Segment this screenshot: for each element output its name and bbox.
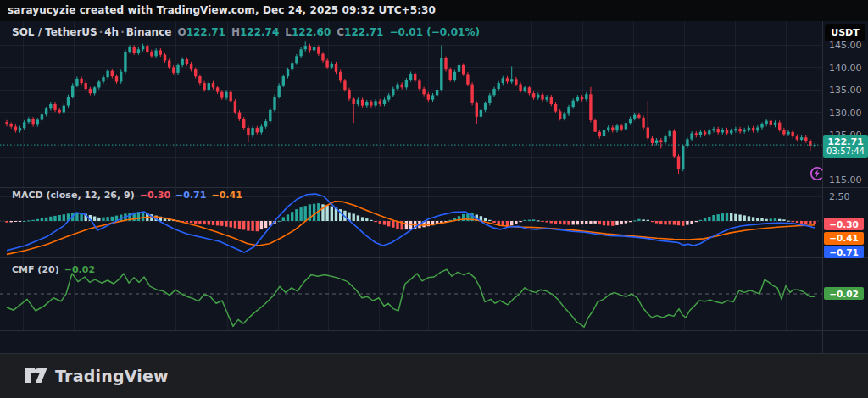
macd-line-badge: −0.71 — [824, 246, 864, 258]
footer-logo-bar: TradingView — [0, 354, 868, 398]
macd-scale-tick-label: 2.50 — [829, 191, 866, 202]
price-tick-label: 130.00 — [829, 108, 866, 119]
high-value: 122.74 — [240, 26, 279, 38]
interval-label[interactable]: 4h — [104, 26, 119, 38]
macd-legend[interactable]: MACD (close, 12, 26, 9)−0.30−0.71−0.41 — [12, 190, 242, 201]
separator-dot: · — [97, 26, 105, 38]
tradingview-widget: sarayucyzie created with TradingView.com… — [0, 0, 868, 398]
cmf-badge: −0.02 — [824, 287, 864, 300]
last-price-badge: 122.71 03:57:44 — [823, 135, 868, 158]
symbol-bar[interactable]: SOL / TetherUS·4h·BinanceO122.71H122.74L… — [12, 26, 480, 38]
high-letter: H — [231, 26, 240, 38]
close-value: 122.71 — [344, 26, 383, 38]
price-scale[interactable]: 145.00140.00135.00130.00125.00115.002.50 — [822, 21, 868, 330]
tradingview-logo-text[interactable]: TradingView — [55, 367, 169, 385]
macd-line-value: −0.71 — [175, 190, 206, 201]
price-tick-label: 140.00 — [829, 63, 866, 74]
open-letter: O — [177, 26, 186, 38]
macd-hist-value: −0.30 — [140, 190, 170, 201]
price-tick-label: 145.00 — [829, 40, 866, 51]
macd-label[interactable]: MACD (close, 12, 26, 9) — [12, 190, 135, 201]
open-value: 122.71 — [186, 26, 225, 38]
macd-hist-badge: −0.30 — [824, 218, 864, 230]
low-letter: L — [285, 26, 292, 38]
price-tick-label: 135.00 — [829, 85, 866, 96]
time-scale[interactable]: 23252729Dec357911131517192123 — [0, 330, 868, 353]
separator-dot: · — [119, 26, 126, 38]
tradingview-logo-icon[interactable] — [25, 366, 47, 386]
cmf-value: −0.02 — [64, 264, 95, 275]
macd-signal-value: −0.41 — [211, 190, 242, 201]
close-letter: C — [337, 26, 344, 38]
symbol-title[interactable]: SOL / TetherUS — [12, 26, 97, 38]
cmf-label[interactable]: CMF (20) — [12, 264, 59, 275]
cmf-legend[interactable]: CMF (20)−0.02 — [12, 264, 95, 275]
exchange-label: Binance — [126, 26, 172, 38]
change-value: −0.01 (−0.01%) — [389, 26, 480, 38]
price-tick-label: 115.00 — [829, 174, 866, 185]
low-value: 122.60 — [292, 26, 331, 38]
bar-countdown: 03:57:44 — [823, 147, 868, 156]
flash-boost-icon[interactable] — [809, 165, 826, 182]
last-price-value: 122.71 — [823, 137, 868, 146]
macd-signal-badge: −0.41 — [824, 232, 864, 245]
